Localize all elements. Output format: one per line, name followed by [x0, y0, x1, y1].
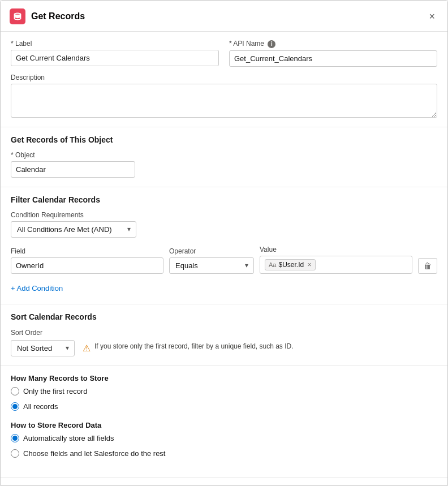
filter-section-title: Filter Calendar Records: [11, 195, 437, 204]
radio-first-record[interactable]: [11, 387, 19, 395]
close-button[interactable]: ×: [425, 10, 438, 23]
sort-order-wrapper: Not Sorted Ascending Descending: [11, 340, 75, 356]
field-input[interactable]: [11, 257, 163, 274]
section-label-api: * Label * API Name i Description: [1, 32, 447, 127]
sort-order-label: Sort Order: [11, 329, 42, 337]
section-get-records-object: Get Records of This Object * Object: [1, 127, 447, 187]
modal-title: Get Records: [31, 11, 425, 21]
radio-auto-store-label: Automatically store all fields: [23, 434, 114, 442]
condition-req-label: Condition Requirements: [11, 211, 437, 219]
section-filter: Filter Calendar Records Condition Requir…: [1, 187, 447, 304]
get-records-section-title: Get Records of This Object: [11, 135, 437, 144]
api-name-input[interactable]: [229, 50, 437, 67]
field-col-label: Field: [11, 247, 163, 255]
modal-header-icon: [10, 8, 25, 24]
add-condition-label: + Add Condition: [11, 284, 63, 293]
condition-req-wrapper: All Conditions Are Met (AND) Any Conditi…: [11, 221, 136, 238]
radio-all-records-item: All records: [11, 402, 437, 411]
radio-choose-fields[interactable]: [11, 449, 19, 458]
api-name-label: * API Name i: [229, 40, 437, 48]
radio-auto-store[interactable]: [11, 434, 19, 442]
value-pill-text: $User.Id: [278, 261, 304, 269]
condition-req-select[interactable]: All Conditions Are Met (AND) Any Conditi…: [11, 221, 136, 238]
database-icon: [13, 12, 22, 21]
value-pill-type-icon: Aa: [269, 261, 276, 268]
object-input[interactable]: [11, 161, 135, 178]
delete-condition-button[interactable]: 🗑: [418, 258, 437, 274]
section-records: How Many Records to Store Only the first…: [1, 366, 447, 478]
value-col-label: Value: [260, 246, 412, 253]
description-input[interactable]: [11, 84, 437, 118]
section-sort: Sort Calendar Records Sort Order Not Sor…: [1, 304, 447, 366]
how-many-title: How Many Records to Store: [11, 374, 437, 382]
api-name-group: * API Name i: [229, 40, 437, 67]
modal-body: * Label * API Name i Description Get Rec…: [1, 32, 447, 485]
operator-col: Operator Equals Not Equal To Contains St…: [169, 247, 254, 274]
sort-row: Not Sorted Ascending Descending ⚠ If you…: [11, 340, 437, 356]
condition-row: Field Operator Equals Not Equal To Conta…: [11, 246, 437, 274]
value-pill: Aa $User.Id ×: [265, 259, 316, 270]
sort-section-title: Sort Calendar Records: [11, 312, 437, 321]
label-input[interactable]: [11, 50, 219, 66]
api-name-info-icon: i: [268, 40, 275, 48]
operator-select[interactable]: Equals Not Equal To Contains Starts With…: [169, 257, 254, 274]
radio-choose-fields-item: Choose fields and let Salesforce do the …: [11, 449, 437, 458]
radio-auto-store-item: Automatically store all fields: [11, 434, 437, 442]
modal-get-records: Get Records × * Label * API Name i: [0, 0, 448, 486]
label-field-label: * Label: [11, 40, 219, 48]
sort-order-select[interactable]: Not Sorted Ascending Descending: [11, 340, 75, 356]
warning-icon: ⚠: [83, 343, 91, 354]
description-group: Description: [11, 74, 437, 118]
trash-icon: 🗑: [424, 261, 432, 270]
value-col: Value Aa $User.Id ×: [260, 246, 412, 274]
add-condition-button[interactable]: + Add Condition: [11, 282, 63, 295]
radio-first-record-item: Only the first record: [11, 387, 437, 395]
how-to-store-title: How to Store Record Data: [11, 421, 437, 429]
object-group: * Object: [11, 151, 437, 178]
sort-warning: ⚠ If you store only the first record, fi…: [83, 342, 437, 354]
sort-warning-text: If you store only the first record, filt…: [94, 342, 294, 350]
field-col: Field: [11, 247, 163, 274]
description-label: Description: [11, 74, 437, 81]
value-pill-close-button[interactable]: ×: [307, 261, 312, 268]
label-group: * Label: [11, 40, 219, 67]
radio-all-records[interactable]: [11, 402, 19, 411]
modal-header: Get Records ×: [1, 1, 447, 32]
radio-all-records-label: All records: [23, 402, 58, 411]
radio-first-record-label: Only the first record: [23, 387, 87, 395]
object-label: * Object: [11, 151, 437, 159]
operator-col-label: Operator: [169, 247, 254, 255]
operator-select-wrapper: Equals Not Equal To Contains Starts With…: [169, 257, 254, 274]
how-many-radio-group: Only the first record All records: [11, 387, 437, 413]
value-input-box[interactable]: Aa $User.Id ×: [260, 256, 412, 274]
radio-choose-fields-label: Choose fields and let Salesforce do the …: [23, 449, 165, 458]
how-to-store-radio-group: Automatically store all fields Choose fi…: [11, 434, 437, 460]
